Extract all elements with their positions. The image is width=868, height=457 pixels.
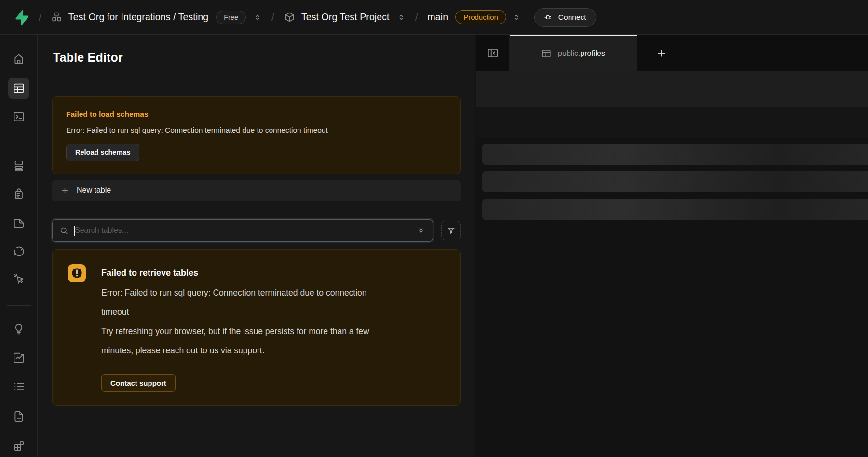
connect-label: Connect bbox=[558, 13, 586, 22]
table-editor-panel: Table Editor Failed to load schemas Erro… bbox=[38, 35, 475, 457]
search-icon bbox=[59, 226, 68, 235]
new-table-label: New table bbox=[77, 186, 111, 195]
contact-support-button[interactable]: Contact support bbox=[101, 374, 176, 392]
skeleton-row bbox=[482, 171, 868, 192]
chevrons-down-icon[interactable] bbox=[416, 226, 426, 235]
tables-error-hint: Try refreshing your browser, but if the … bbox=[101, 322, 385, 360]
chart-icon bbox=[13, 351, 25, 364]
table-editor-icon bbox=[13, 82, 25, 94]
sidebar-item-sql-editor[interactable] bbox=[8, 106, 29, 127]
lightbulb-icon bbox=[13, 323, 25, 335]
panel-left-close-icon bbox=[487, 47, 499, 59]
skeleton-row bbox=[482, 199, 868, 220]
schemas-error-title: Failed to load schemas bbox=[66, 109, 447, 119]
tab-public-profiles[interactable]: public.profiles bbox=[510, 35, 637, 71]
new-table-button[interactable]: New table bbox=[52, 180, 461, 201]
plus-icon bbox=[60, 186, 69, 195]
tab-schema-label: public. bbox=[558, 49, 580, 57]
search-tables-input[interactable] bbox=[68, 226, 416, 235]
sidebar-item-reports[interactable] bbox=[8, 347, 29, 368]
branch-name[interactable]: main bbox=[427, 12, 448, 23]
sidebar-item-advisors[interactable] bbox=[8, 318, 29, 339]
reload-schemas-button[interactable]: Reload schemas bbox=[66, 144, 139, 161]
alert-warning-icon bbox=[68, 264, 86, 282]
skeleton-row bbox=[482, 144, 868, 165]
environment-badge: Production bbox=[455, 10, 506, 24]
grid-panel: public.profiles bbox=[476, 35, 868, 457]
sidebar-item-api-docs[interactable] bbox=[8, 406, 29, 427]
sidebar-item-integrations[interactable] bbox=[8, 435, 29, 457]
tab-table-label: profiles bbox=[580, 49, 605, 57]
plug-icon bbox=[544, 13, 554, 22]
connect-button[interactable]: Connect bbox=[534, 8, 596, 27]
schemas-error-message: Error: Failed to run sql query: Connecti… bbox=[66, 125, 447, 135]
sidebar-item-database[interactable] bbox=[8, 155, 29, 176]
org-switcher-chevrons-icon[interactable] bbox=[253, 13, 262, 22]
sidebar-item-authentication[interactable] bbox=[8, 183, 29, 204]
rail-divider bbox=[7, 305, 31, 306]
file-text-icon bbox=[13, 410, 25, 423]
home-icon bbox=[13, 53, 25, 65]
sidebar-item-logs[interactable] bbox=[8, 376, 29, 397]
plus-icon bbox=[656, 48, 666, 58]
new-tab-button[interactable] bbox=[654, 46, 668, 60]
app-header: / Test Org for Integrations / Testing Fr… bbox=[0, 0, 868, 35]
org-name[interactable]: Test Org for Integrations / Testing bbox=[68, 12, 208, 23]
list-icon bbox=[13, 380, 25, 393]
filter-funnel-icon bbox=[447, 226, 456, 235]
realtime-cursor-icon bbox=[13, 272, 25, 285]
grid-loading-area bbox=[476, 137, 868, 457]
blocks-icon bbox=[13, 440, 25, 452]
sidebar-item-edge-functions[interactable] bbox=[8, 241, 29, 262]
filter-tables-button[interactable] bbox=[441, 221, 461, 240]
search-tables-box bbox=[52, 219, 433, 242]
tab-bar: public.profiles bbox=[476, 35, 868, 71]
nav-rail bbox=[0, 35, 38, 457]
schemas-error-card: Failed to load schemas Error: Failed to … bbox=[52, 96, 461, 174]
project-switcher-chevrons-icon[interactable] bbox=[397, 13, 406, 22]
page-title: Table Editor bbox=[53, 51, 123, 65]
auth-lock-icon bbox=[13, 188, 25, 200]
tables-error-card: Failed to retrieve tables Error: Failed … bbox=[52, 249, 461, 406]
branch-switcher-chevrons-icon[interactable] bbox=[512, 13, 521, 22]
supabase-logo-icon[interactable] bbox=[13, 9, 29, 26]
sidebar-item-storage[interactable] bbox=[8, 212, 29, 233]
grid-toolbar-placeholder bbox=[476, 71, 868, 107]
project-name[interactable]: Test Org Test Project bbox=[301, 12, 390, 23]
breadcrumb-separator: / bbox=[39, 12, 41, 23]
tables-error-message: Error: Failed to run sql query: Connecti… bbox=[101, 283, 385, 322]
sql-editor-icon bbox=[13, 110, 25, 123]
organization-icon bbox=[51, 12, 62, 23]
plan-badge: Free bbox=[216, 11, 246, 24]
sidebar-item-home[interactable] bbox=[8, 48, 29, 69]
edge-functions-icon bbox=[13, 245, 25, 258]
text-caret bbox=[74, 226, 75, 236]
sidebar-item-table-editor[interactable] bbox=[8, 78, 29, 99]
table-icon bbox=[541, 48, 552, 59]
breadcrumb-separator: / bbox=[415, 12, 418, 23]
grid-header-placeholder bbox=[476, 107, 868, 137]
tables-error-title: Failed to retrieve tables bbox=[101, 264, 445, 282]
database-icon bbox=[13, 160, 25, 172]
collapse-sidebar-button[interactable] bbox=[476, 35, 510, 71]
rail-divider bbox=[7, 140, 31, 140]
breadcrumb-separator: / bbox=[271, 12, 274, 23]
project-box-icon bbox=[284, 12, 295, 23]
sidebar-item-realtime[interactable] bbox=[8, 268, 29, 289]
panel-header: Table Editor bbox=[38, 35, 475, 81]
storage-icon bbox=[13, 216, 25, 229]
